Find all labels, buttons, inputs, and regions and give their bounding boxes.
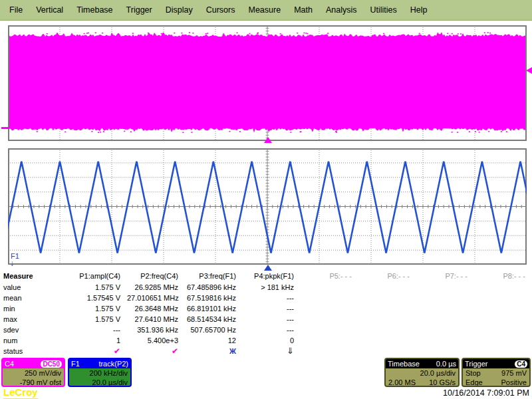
measure-num-p3: 12 <box>185 335 243 346</box>
measure-sdev-p3: 507.65700 Hz <box>185 325 243 335</box>
measure-status-p4-down-icon: ⇓ <box>243 346 301 356</box>
measure-col-header-p8[interactable]: P8:- - - <box>474 271 532 282</box>
menu-item-help[interactable]: Help <box>404 5 434 15</box>
menu-item-vertical[interactable]: Vertical <box>29 5 70 15</box>
f1-trigger-time-marker-icon[interactable] <box>264 265 272 271</box>
c4-offset: -790 mV ofst <box>5 378 61 387</box>
measure-mean-p3: 67.519816 kHz <box>185 293 243 303</box>
measure-min-p5 <box>301 303 358 314</box>
measure-sdev-p1: --- <box>69 325 127 335</box>
measure-num-p8 <box>474 335 532 346</box>
trigger-box-title: Trigger <box>465 360 487 368</box>
menu-item-analysis[interactable]: Analysis <box>319 5 364 15</box>
trigger-slope: Positive <box>501 378 527 387</box>
c4-trace-label: C4 <box>11 118 20 126</box>
trigger-level-arrow-icon[interactable] <box>526 67 532 74</box>
measure-min-p1: 1.575 V <box>69 303 127 314</box>
measure-row-label-max: max <box>0 314 69 325</box>
f1-box-title: F1 <box>71 360 80 368</box>
measure-mean-p8 <box>474 293 532 303</box>
trigger-level: 975 mV <box>501 368 527 378</box>
trigger-mode: Stop <box>466 368 481 378</box>
measure-value-p1: 1.575 V <box>69 282 127 293</box>
measure-value-p5 <box>301 282 358 293</box>
measure-col-header-p2[interactable]: P2:freq(C4) <box>127 271 185 282</box>
timebase-descriptor-box[interactable]: Timebase 0.0 µs 20.0 µs/div 2.00 MS 10 G… <box>384 358 460 387</box>
measure-status-p8 <box>474 346 532 356</box>
measure-max-p8 <box>474 314 532 325</box>
measure-num-p6 <box>358 335 416 346</box>
measure-col-header-p1[interactable]: P1:ampl(C4) <box>69 271 127 282</box>
measure-sdev-p8 <box>474 325 532 335</box>
menu-item-math[interactable]: Math <box>287 5 319 15</box>
measure-col-header-p7[interactable]: P7:- - - <box>416 271 474 282</box>
measure-mean-p4: --- <box>243 293 301 303</box>
measure-num-p1: 1 <box>69 335 127 346</box>
measure-max-p3: 68.514534 kHz <box>185 314 243 325</box>
timebase-box-title: Timebase <box>388 360 420 368</box>
f1-function-label: track(P2) <box>98 360 128 368</box>
measure-value-p3: 67.485896 kHz <box>185 282 243 293</box>
measure-max-p5 <box>301 314 358 325</box>
measure-value-p4: > 181 kHz <box>243 282 301 293</box>
measure-min-p7 <box>416 303 474 314</box>
c4-descriptor-box[interactable]: C4 DC50 250 mV/div -790 mV ofst <box>1 358 65 387</box>
measure-value-p8 <box>474 282 532 293</box>
menu-item-display[interactable]: Display <box>159 5 200 15</box>
f1-vdiv: 200 kHz/div <box>72 368 128 378</box>
measure-mean-p2: 27.010651 MHz <box>127 293 185 303</box>
lecroy-logo: LeCroy <box>3 386 38 399</box>
trigger-time-marker-icon[interactable] <box>264 137 272 143</box>
measure-mean-p7 <box>416 293 474 303</box>
measure-min-p6 <box>358 303 416 314</box>
measure-max-p7 <box>416 314 474 325</box>
measure-col-header-p4[interactable]: P4:pkpk(F1) <box>243 271 301 282</box>
menu-item-utilities[interactable]: Utilities <box>363 5 403 15</box>
timebase-delay: 0.0 µs <box>436 360 456 368</box>
c4-box-title: C4 <box>5 360 14 368</box>
measure-min-p2: 26.3648 MHz <box>127 303 185 314</box>
measure-row-label-num: num <box>0 335 69 346</box>
measure-min-p3: 66.819101 kHz <box>185 303 243 314</box>
measure-min-p8 <box>474 303 532 314</box>
measure-status-p7 <box>416 346 474 356</box>
f1-waveform-grid[interactable] <box>8 148 527 265</box>
menu-item-trigger[interactable]: Trigger <box>120 5 159 15</box>
measure-sdev-p7 <box>416 325 474 335</box>
measure-max-p2: 27.6410 MHz <box>127 314 185 325</box>
trigger-descriptor-box[interactable]: Trigger C4 Stop 975 mV Edge Positive <box>462 358 531 387</box>
trigger-type: Edge <box>466 378 483 387</box>
measure-status-p1-check-icon: ✔ <box>69 346 127 356</box>
measure-table-title: Measure <box>0 271 69 282</box>
measure-status-p5 <box>301 346 358 356</box>
c4-waveform-grid[interactable] <box>8 25 527 141</box>
measure-row-label-value: value <box>0 282 69 293</box>
measure-status-p2-check-icon: ✔ <box>127 346 185 356</box>
menu-item-cursors[interactable]: Cursors <box>200 5 242 15</box>
measure-value-p7 <box>416 282 474 293</box>
timebase-samplerate: 10 GS/s <box>429 378 456 387</box>
measure-mean-p5 <box>301 293 358 303</box>
measure-col-header-p6[interactable]: P6:- - - <box>358 271 416 282</box>
f1-descriptor-box[interactable]: F1 track(P2) 200 kHz/div 20.0 µs/div <box>68 358 132 387</box>
measure-status-p6 <box>358 346 416 356</box>
measure-row-label-mean: mean <box>0 293 69 303</box>
c4-vdiv: 250 mV/div <box>5 368 61 378</box>
menu-item-measure[interactable]: Measure <box>241 5 287 15</box>
timebase-tdiv: 20.0 µs/div <box>388 368 456 378</box>
menu-item-file[interactable]: File <box>3 5 29 15</box>
measure-mean-p6 <box>358 293 416 303</box>
measure-max-p4: --- <box>243 314 301 325</box>
c4-coupling-badge: DC50 <box>41 360 62 368</box>
measure-col-header-p5[interactable]: P5:- - - <box>301 271 358 282</box>
f1-tdiv: 20.0 µs/div <box>72 378 128 387</box>
measure-sdev-p4: --- <box>243 325 301 335</box>
measure-num-p5 <box>301 335 358 346</box>
measure-sdev-p2: 351.936 kHz <box>127 325 185 335</box>
f1-offscreen-arrow-icon: ↓ <box>10 259 14 267</box>
timebase-samples: 2.00 MS <box>388 378 416 387</box>
measure-row-label-min: min <box>0 303 69 314</box>
menu-item-timebase[interactable]: Timebase <box>70 5 119 15</box>
measure-row-label-sdev: sdev <box>0 325 69 335</box>
measure-col-header-p3[interactable]: P3:freq(F1) <box>185 271 243 282</box>
